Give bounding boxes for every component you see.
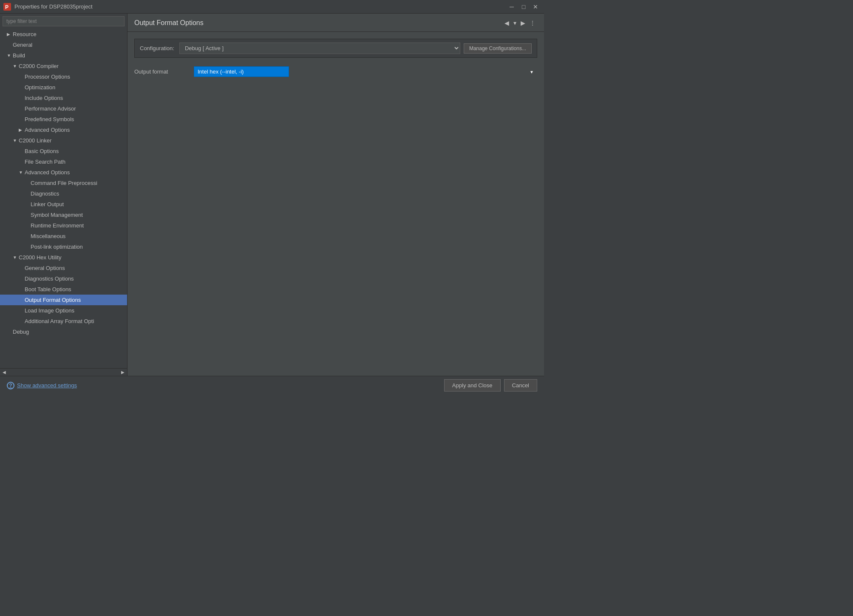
- help-link-label: Show advanced settings: [17, 382, 77, 389]
- sidebar-item-label: Boot Table Options: [25, 286, 71, 292]
- sidebar-item-c2000-linker[interactable]: ▼ C2000 Linker: [0, 135, 127, 146]
- arrow-c2000-compiler: ▼: [13, 64, 19, 68]
- sidebar-item-label: C2000 Linker: [19, 137, 51, 144]
- help-link[interactable]: ? Show advanced settings: [7, 382, 77, 389]
- arrow-resource: ▶: [7, 32, 13, 37]
- arrow-build: ▼: [7, 53, 13, 58]
- sidebar-item-label: Predefined Symbols: [25, 116, 74, 122]
- bottom-bar: ? Show advanced settings Apply and Close…: [0, 376, 544, 395]
- sidebar-item-optimization[interactable]: Optimization: [0, 82, 127, 93]
- sidebar-item-label: Diagnostics: [31, 190, 59, 197]
- sidebar-item-label: C2000 Hex Utility: [19, 254, 61, 261]
- sidebar-item-c2000-hex-utility[interactable]: ▼ C2000 Hex Utility: [0, 252, 127, 263]
- forward-button[interactable]: ▶: [519, 19, 527, 27]
- output-format-row: Output format Intel hex (--intel, -i) TI…: [134, 66, 537, 77]
- scroll-left[interactable]: ◀: [3, 370, 6, 375]
- arrow-advanced-options-compiler: ▶: [19, 128, 25, 132]
- panel-body: Configuration: Debug [ Active ] Manage C…: [128, 32, 544, 376]
- filter-input[interactable]: [3, 16, 125, 26]
- sidebar-item-label: Post-link optimization: [31, 244, 83, 250]
- sidebar-scroll: ◀ ▶: [0, 368, 127, 376]
- sidebar-item-additional-array-format[interactable]: Additional Array Format Opti: [0, 316, 127, 326]
- back-icon: ◀: [504, 20, 509, 26]
- sidebar-item-label: Command File Preprocessi: [31, 180, 97, 186]
- menu-button[interactable]: ⋮: [528, 19, 537, 27]
- sidebar-item-label: Symbol Management: [31, 212, 83, 218]
- window-title: Properties for DSP28035project: [14, 3, 507, 10]
- sidebar-item-label: C2000 Compiler: [19, 63, 59, 69]
- sidebar-item-diagnostics-options[interactable]: Diagnostics Options: [0, 273, 127, 284]
- sidebar-item-diagnostics[interactable]: Diagnostics: [0, 188, 127, 199]
- sidebar-item-file-search-path[interactable]: File Search Path: [0, 156, 127, 167]
- sidebar-item-label: Runtime Environment: [31, 222, 84, 229]
- help-icon: ?: [7, 382, 14, 389]
- output-format-select-wrapper: Intel hex (--intel, -i) TI-TXT hex (--ti…: [194, 66, 537, 77]
- minimize-button[interactable]: ─: [507, 3, 517, 11]
- configuration-select[interactable]: Debug [ Active ]: [179, 43, 460, 54]
- arrow-c2000-linker: ▼: [13, 138, 19, 143]
- chevron-down-icon: ▾: [513, 20, 516, 26]
- panel-title: Output Format Options: [134, 19, 204, 27]
- cancel-button[interactable]: Cancel: [504, 379, 537, 392]
- sidebar-item-label: Diagnostics Options: [25, 275, 74, 282]
- sidebar-item-label: Output Format Options: [25, 297, 81, 303]
- sidebar-item-command-file-preprocessing[interactable]: Command File Preprocessi: [0, 178, 127, 188]
- sidebar-item-build[interactable]: ▼ Build: [0, 50, 127, 61]
- back-button[interactable]: ◀: [503, 19, 511, 27]
- sidebar-item-label: Build: [13, 52, 25, 59]
- sidebar-item-basic-options[interactable]: Basic Options: [0, 146, 127, 156]
- sidebar-item-label: Load Image Options: [25, 307, 74, 314]
- sidebar-item-label: General: [13, 42, 32, 48]
- sidebar-item-output-format-options[interactable]: Output Format Options: [0, 295, 127, 305]
- sidebar-item-label: Performance Advisor: [25, 105, 76, 112]
- svg-text:P: P: [5, 4, 9, 10]
- panel-toolbar: ◀ ▾ ▶ ⋮: [503, 19, 537, 27]
- question-mark: ?: [9, 383, 12, 389]
- arrow-advanced-options-linker: ▼: [19, 170, 25, 175]
- scroll-right[interactable]: ▶: [121, 370, 125, 375]
- forward-icon: ▶: [521, 20, 525, 26]
- sidebar-item-label: File Search Path: [25, 159, 65, 165]
- close-button[interactable]: ✕: [530, 3, 541, 11]
- sidebar-item-performance-advisor[interactable]: Performance Advisor: [0, 103, 127, 114]
- sidebar-item-general-options[interactable]: General Options: [0, 263, 127, 273]
- sidebar-item-include-options[interactable]: Include Options: [0, 93, 127, 103]
- sidebar-item-post-link-optimization[interactable]: Post-link optimization: [0, 241, 127, 252]
- configuration-row: Configuration: Debug [ Active ] Manage C…: [134, 39, 537, 58]
- sidebar-item-label: Resource: [13, 31, 37, 37]
- sidebar-item-advanced-options-compiler[interactable]: ▶ Advanced Options: [0, 125, 127, 135]
- sidebar-item-predefined-symbols[interactable]: Predefined Symbols: [0, 114, 127, 125]
- sidebar-item-general[interactable]: General: [0, 40, 127, 50]
- sidebar-item-load-image-options[interactable]: Load Image Options: [0, 305, 127, 316]
- window-controls: ─ □ ✕: [507, 3, 541, 11]
- sidebar-item-label: Optimization: [25, 84, 55, 91]
- maximize-button[interactable]: □: [519, 3, 529, 11]
- sidebar-item-label: Advanced Options: [25, 169, 70, 176]
- arrow-c2000-hex-utility: ▼: [13, 255, 19, 260]
- sidebar-item-miscellaneous[interactable]: Miscellaneous: [0, 231, 127, 241]
- apply-close-button[interactable]: Apply and Close: [444, 379, 501, 392]
- panel-header: Output Format Options ◀ ▾ ▶ ⋮: [128, 14, 544, 32]
- sidebar-item-label: Advanced Options: [25, 127, 70, 133]
- app-icon: P: [3, 3, 11, 11]
- right-panel: Output Format Options ◀ ▾ ▶ ⋮ Configurat…: [128, 14, 544, 376]
- sidebar-item-c2000-compiler[interactable]: ▼ C2000 Compiler: [0, 61, 127, 71]
- sidebar-item-label: Additional Array Format Opti: [25, 318, 94, 324]
- sidebar-item-label: Debug: [13, 329, 29, 335]
- sidebar-item-label: General Options: [25, 265, 65, 271]
- sidebar-item-debug[interactable]: Debug: [0, 326, 127, 337]
- sidebar-item-resource[interactable]: ▶ Resource: [0, 29, 127, 40]
- sidebar: ▶ Resource General ▼ Build ▼ C200: [0, 14, 128, 376]
- sidebar-item-label: Basic Options: [25, 148, 59, 154]
- sidebar-item-advanced-options-linker[interactable]: ▼ Advanced Options: [0, 167, 127, 178]
- manage-configurations-button[interactable]: Manage Configurations...: [464, 43, 532, 54]
- sidebar-item-linker-output[interactable]: Linker Output: [0, 199, 127, 210]
- sidebar-item-boot-table-options[interactable]: Boot Table Options: [0, 284, 127, 295]
- sidebar-item-label: Miscellaneous: [31, 233, 65, 239]
- dropdown-button[interactable]: ▾: [512, 19, 518, 27]
- sidebar-item-symbol-management[interactable]: Symbol Management: [0, 210, 127, 220]
- output-format-label: Output format: [134, 68, 194, 75]
- output-format-select[interactable]: Intel hex (--intel, -i) TI-TXT hex (--ti…: [194, 66, 289, 77]
- sidebar-item-processor-options[interactable]: Processor Options: [0, 71, 127, 82]
- sidebar-item-runtime-environment[interactable]: Runtime Environment: [0, 220, 127, 231]
